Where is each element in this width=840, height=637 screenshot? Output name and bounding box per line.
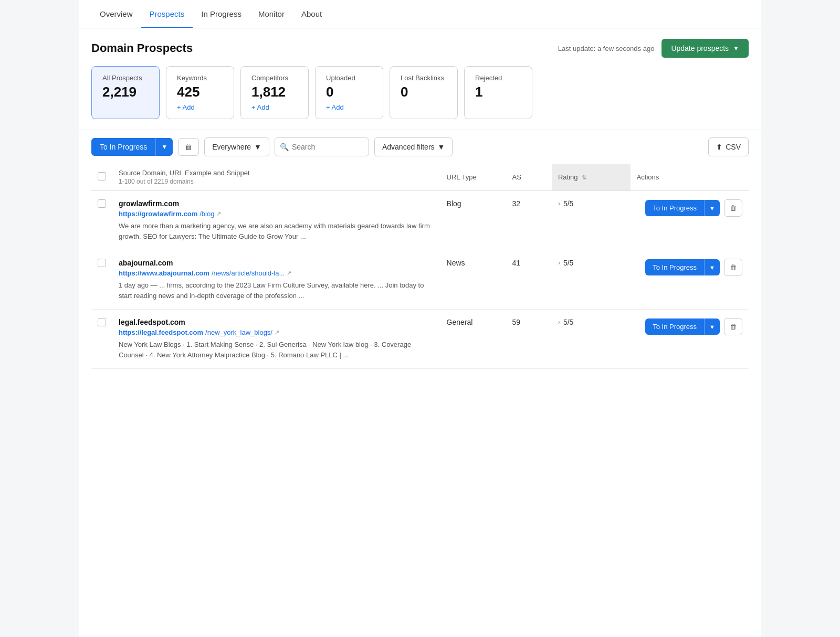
search-wrapper: 🔍 (275, 137, 369, 156)
stat-uploaded[interactable]: Uploaded 0 + Add (315, 66, 383, 119)
table-row: growlawfirm.com https://growlawfirm.com/… (91, 191, 749, 250)
url-type-1: Blog (440, 191, 506, 250)
row-checkbox-3[interactable] (98, 318, 106, 326)
stat-label-competitors: Competitors (251, 74, 298, 82)
rating-score-1: 5/5 (563, 199, 573, 208)
stat-add-keywords[interactable]: + Add (177, 103, 223, 111)
as-value-3: 59 (506, 310, 552, 369)
external-link-icon-3[interactable]: ↗ (275, 329, 279, 336)
action-main-button-3[interactable]: To In Progress (645, 318, 704, 335)
url-type-2: News (440, 250, 506, 310)
row-checkbox-2[interactable] (98, 259, 106, 267)
stat-value-rejected: 1 (475, 84, 521, 100)
snippet-2: 1 day ago — ... firms, according to the … (119, 280, 434, 301)
header-url-type: URL Type (440, 164, 506, 191)
advanced-filters-button[interactable]: Advanced filters ▼ (374, 137, 453, 156)
page-header: Domain Prospects Last update: a few seco… (79, 28, 761, 66)
action-dropdown-button-1[interactable]: ▼ (704, 200, 720, 216)
stat-label-keywords: Keywords (177, 74, 223, 82)
row-checkbox-1[interactable] (98, 199, 106, 208)
toolbar: To In Progress ▼ 🗑 Everywhere ▼ 🔍 Advanc… (79, 130, 761, 164)
stats-row: All Prospects 2,219 Keywords 425 + Add C… (79, 66, 761, 130)
stat-keywords[interactable]: Keywords 425 + Add (166, 66, 234, 119)
nav-overview[interactable]: Overview (91, 0, 141, 28)
everywhere-dropdown[interactable]: Everywhere ▼ (204, 137, 269, 156)
to-in-progress-split-button[interactable]: To In Progress ▼ (91, 138, 173, 156)
nav-monitor[interactable]: Monitor (250, 0, 293, 28)
rating-sort-icon: ⇅ (582, 174, 586, 181)
stat-value-keywords: 425 (177, 84, 223, 100)
stat-competitors[interactable]: Competitors 1,812 + Add (240, 66, 309, 119)
stat-value-all: 2,219 (102, 84, 149, 100)
rating-cell-2: › 5/5 (552, 250, 631, 310)
update-btn-chevron-icon: ▼ (733, 45, 739, 52)
navigation: Overview Prospects In Progress Monitor A… (79, 0, 761, 28)
nav-about[interactable]: About (293, 0, 330, 28)
rating-cell-1: › 5/5 (552, 191, 631, 250)
domain-name-2: abajournal.com (119, 259, 434, 267)
snippet-3: New York Law Blogs · 1. Start Making Sen… (119, 339, 434, 360)
header-checkbox-col (91, 164, 112, 191)
stat-all-prospects[interactable]: All Prospects 2,219 (91, 66, 160, 119)
snippet-1: We are more than a marketing agency, we … (119, 221, 434, 241)
url-bold-3: https://legal.feedspot.com (119, 328, 203, 336)
action-delete-button-1[interactable]: 🗑 (724, 199, 742, 217)
rating-cell-3: › 5/5 (552, 310, 631, 369)
actions-cell-1: To In Progress ▼ 🗑 (631, 191, 749, 250)
row-check-1 (91, 191, 112, 250)
source-cell-2: abajournal.com https://www.abajournal.co… (112, 250, 440, 310)
action-main-button-1[interactable]: To In Progress (645, 200, 704, 216)
domain-name-3: legal.feedspot.com (119, 318, 434, 326)
table-row: legal.feedspot.com https://legal.feedspo… (91, 310, 749, 369)
csv-export-button[interactable]: ⬆ CSV (708, 137, 749, 156)
rating-score-2: 5/5 (563, 259, 573, 267)
external-link-icon-2[interactable]: ↗ (287, 270, 291, 277)
rating-chevron-icon-2[interactable]: › (558, 259, 560, 267)
header-right: Last update: a few seconds ago Update pr… (558, 39, 749, 58)
header-rating[interactable]: Rating ⇅ (552, 164, 631, 191)
action-split-button-3[interactable]: To In Progress ▼ (645, 318, 720, 335)
source-cell-1: growlawfirm.com https://growlawfirm.com/… (112, 191, 440, 250)
delete-button[interactable]: 🗑 (178, 138, 199, 156)
action-dropdown-button-3[interactable]: ▼ (704, 318, 720, 335)
rating-score-3: 5/5 (563, 318, 573, 326)
update-prospects-button[interactable]: Update prospects ▼ (662, 39, 749, 58)
header-as: AS (506, 164, 552, 191)
rating-chevron-icon-3[interactable]: › (558, 318, 560, 326)
domain-url-2: https://www.abajournal.com/news/article/… (119, 269, 434, 277)
prospects-table: Source Domain, URL Example and Snippet 1… (91, 164, 749, 369)
header-source: Source Domain, URL Example and Snippet 1… (112, 164, 440, 191)
header-checkbox[interactable] (98, 172, 106, 181)
rating-chevron-icon-1[interactable]: › (558, 200, 560, 207)
to-in-progress-dropdown-button[interactable]: ▼ (155, 138, 173, 156)
stat-value-lost: 0 (401, 84, 447, 100)
action-dropdown-button-2[interactable]: ▼ (704, 259, 720, 275)
source-cell-3: legal.feedspot.com https://legal.feedspo… (112, 310, 440, 369)
stat-label-all: All Prospects (102, 74, 149, 82)
as-value-1: 32 (506, 191, 552, 250)
domain-url-3: https://legal.feedspot.com/new_york_law_… (119, 328, 434, 336)
stat-label-lost: Lost Backlinks (401, 74, 447, 82)
stat-value-uploaded: 0 (326, 84, 372, 100)
stat-label-uploaded: Uploaded (326, 74, 372, 82)
action-main-button-2[interactable]: To In Progress (645, 259, 704, 275)
prospects-table-wrapper: Source Domain, URL Example and Snippet 1… (79, 164, 761, 369)
header-actions: Actions (631, 164, 749, 191)
action-split-button-1[interactable]: To In Progress ▼ (645, 200, 720, 216)
action-delete-button-2[interactable]: 🗑 (724, 259, 742, 276)
stat-add-competitors[interactable]: + Add (251, 103, 298, 111)
domain-name-1: growlawfirm.com (119, 199, 434, 208)
action-split-button-2[interactable]: To In Progress ▼ (645, 259, 720, 275)
to-in-progress-button[interactable]: To In Progress (91, 138, 155, 156)
nav-in-progress[interactable]: In Progress (193, 0, 250, 28)
external-link-icon-1[interactable]: ↗ (216, 210, 221, 217)
action-delete-button-3[interactable]: 🗑 (724, 318, 742, 335)
table-header-row: Source Domain, URL Example and Snippet 1… (91, 164, 749, 191)
as-value-2: 41 (506, 250, 552, 310)
stat-lost-backlinks[interactable]: Lost Backlinks 0 (390, 66, 458, 119)
nav-prospects[interactable]: Prospects (141, 0, 193, 28)
upload-icon: ⬆ (716, 143, 722, 151)
stat-label-rejected: Rejected (475, 74, 521, 82)
stat-add-uploaded[interactable]: + Add (326, 103, 372, 111)
stat-rejected[interactable]: Rejected 1 (464, 66, 532, 119)
